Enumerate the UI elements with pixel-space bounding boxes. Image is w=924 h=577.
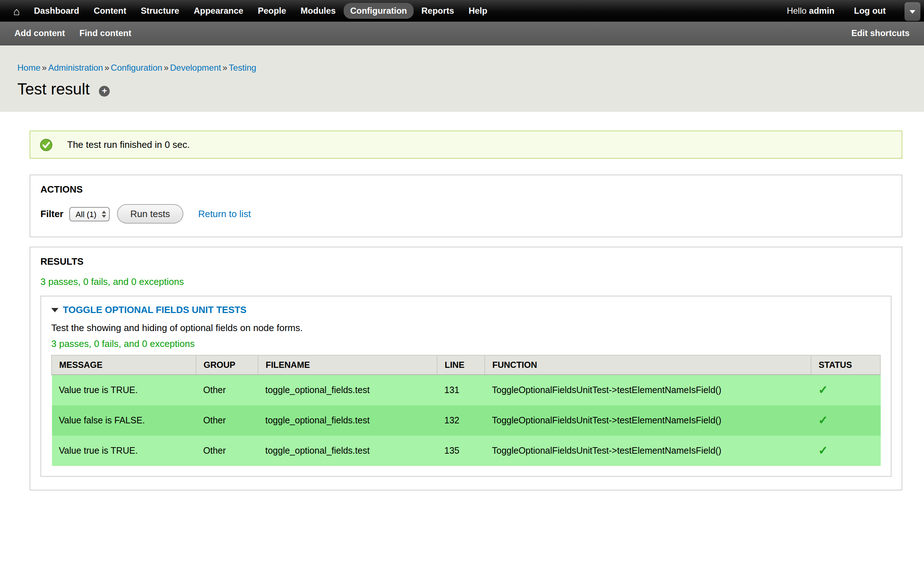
main-content: The test run finished in 0 sec. ACTIONS … xyxy=(0,112,924,529)
column-header-function: FUNCTION xyxy=(485,355,811,375)
pass-check-icon: ✓ xyxy=(818,414,828,426)
title-row: Test result + xyxy=(17,80,909,99)
column-header-status: STATUS xyxy=(811,355,880,375)
results-table: MESSAGEGROUPFILENAMELINEFUNCTIONSTATUSVa… xyxy=(51,355,881,466)
toolbar-item-dashboard[interactable]: Dashboard xyxy=(27,3,86,19)
admin-toolbar: ⌂ DashboardContentStructureAppearancePeo… xyxy=(0,0,924,22)
test-group-title[interactable]: TOGGLE OPTIONAL FIELDS UNIT TESTS xyxy=(63,305,247,315)
breadcrumb: Home»Administration»Configuration»Develo… xyxy=(17,63,909,73)
breadcrumb-link-home[interactable]: Home xyxy=(17,63,40,73)
select-arrows-icon xyxy=(102,210,106,218)
cell-filename: toggle_optional_fields.test xyxy=(258,375,437,405)
page: ⌂ DashboardContentStructureAppearancePeo… xyxy=(0,0,924,577)
toolbar-item-appearance[interactable]: Appearance xyxy=(187,3,250,19)
user-greeting: Hello admin xyxy=(787,6,835,16)
toolbar-item-help[interactable]: Help xyxy=(462,3,494,19)
breadcrumb-separator: » xyxy=(222,63,227,73)
breadcrumb-link-administration[interactable]: Administration xyxy=(48,63,103,73)
page-header: Home»Administration»Configuration»Develo… xyxy=(0,45,924,112)
shortcut-items: Add contentFind content xyxy=(15,28,146,38)
test-group-description: Test the showing and hiding of optional … xyxy=(51,322,881,333)
test-group-legend: TOGGLE OPTIONAL FIELDS UNIT TESTS xyxy=(51,305,881,315)
cell-status: ✓ xyxy=(811,375,880,405)
breadcrumb-separator: » xyxy=(104,63,109,73)
toolbar-item-structure[interactable]: Structure xyxy=(134,3,186,19)
column-header-line: LINE xyxy=(437,355,485,375)
cell-line: 135 xyxy=(437,436,485,466)
pass-check-icon: ✓ xyxy=(818,444,828,456)
toolbar-item-content[interactable]: Content xyxy=(87,3,133,19)
cell-function: ToggleOptionalFieldsUnitTest->testElemen… xyxy=(485,436,811,466)
cell-filename: toggle_optional_fields.test xyxy=(258,405,437,436)
actions-row: Filter All (1) Run tests Return to list xyxy=(40,204,892,224)
column-header-message: MESSAGE xyxy=(52,355,196,375)
cell-message: Value true is TRUE. xyxy=(52,375,196,405)
username: admin xyxy=(809,6,835,16)
breadcrumb-link-development[interactable]: Development xyxy=(170,63,221,73)
cell-line: 132 xyxy=(437,405,485,436)
chevron-down-icon xyxy=(909,10,915,13)
greeting-text: Hello xyxy=(787,6,807,16)
results-panel: RESULTS 3 passes, 0 fails, and 0 excepti… xyxy=(30,247,902,490)
actions-panel: ACTIONS Filter All (1) Run tests Return … xyxy=(30,174,902,237)
collapse-arrow-icon xyxy=(51,308,58,312)
test-group-fieldset: TOGGLE OPTIONAL FIELDS UNIT TESTS Test t… xyxy=(40,296,892,477)
table-row: Value false is FALSE.Othertoggle_optiona… xyxy=(52,405,880,436)
test-group-summary: 3 passes, 0 fails, and 0 exceptions xyxy=(51,338,881,349)
cell-filename: toggle_optional_fields.test xyxy=(258,436,437,466)
table-row: Value true is TRUE.Othertoggle_optional_… xyxy=(52,436,880,466)
breadcrumb-link-configuration[interactable]: Configuration xyxy=(111,63,162,73)
filter-select[interactable]: All (1) xyxy=(69,206,109,221)
edit-shortcuts-link[interactable]: Edit shortcuts xyxy=(851,28,909,38)
table-header-row: MESSAGEGROUPFILENAMELINEFUNCTIONSTATUS xyxy=(52,355,880,375)
column-header-group: GROUP xyxy=(196,355,258,375)
actions-title: ACTIONS xyxy=(40,184,892,195)
cell-function: ToggleOptionalFieldsUnitTest->testElemen… xyxy=(485,375,811,405)
column-header-filename: FILENAME xyxy=(258,355,437,375)
logout-link[interactable]: Log out xyxy=(848,3,892,19)
check-circle-icon xyxy=(40,138,53,151)
table-row: Value true is TRUE.Othertoggle_optional_… xyxy=(52,375,880,405)
toolbar-item-modules[interactable]: Modules xyxy=(294,3,342,19)
toolbar-item-reports[interactable]: Reports xyxy=(415,3,461,19)
cell-function: ToggleOptionalFieldsUnitTest->testElemen… xyxy=(485,405,811,436)
filter-label: Filter xyxy=(40,208,63,219)
shortcut-item-add-content[interactable]: Add content xyxy=(15,28,65,38)
toolbar-item-people[interactable]: People xyxy=(251,3,293,19)
page-title: Test result xyxy=(17,80,90,99)
shortcut-item-find-content[interactable]: Find content xyxy=(79,28,131,38)
toolbar-item-configuration[interactable]: Configuration xyxy=(344,3,413,19)
results-summary: 3 passes, 0 fails, and 0 exceptions xyxy=(40,276,892,287)
cell-status: ✓ xyxy=(811,436,880,466)
cell-group: Other xyxy=(196,405,258,436)
breadcrumb-separator: » xyxy=(42,63,47,73)
run-tests-button[interactable]: Run tests xyxy=(116,204,184,224)
results-title: RESULTS xyxy=(40,256,892,267)
cell-message: Value true is TRUE. xyxy=(52,436,196,466)
cell-line: 131 xyxy=(437,375,485,405)
home-icon[interactable]: ⌂ xyxy=(7,5,26,16)
return-to-list-link[interactable]: Return to list xyxy=(198,208,251,219)
toolbar-toggle-button[interactable] xyxy=(905,2,921,21)
shortcut-bar: Add contentFind content Edit shortcuts xyxy=(0,22,924,45)
breadcrumb-separator: » xyxy=(164,63,168,73)
toolbar-menu: DashboardContentStructureAppearancePeopl… xyxy=(27,3,494,19)
toolbar-user-area: Hello admin Log out xyxy=(787,3,892,19)
add-shortcut-icon[interactable]: + xyxy=(99,85,110,96)
breadcrumb-link-testing[interactable]: Testing xyxy=(229,63,256,73)
status-message-text: The test run finished in 0 sec. xyxy=(67,139,190,150)
cell-message: Value false is FALSE. xyxy=(52,405,196,436)
cell-group: Other xyxy=(196,375,258,405)
pass-check-icon: ✓ xyxy=(818,384,828,396)
status-message: The test run finished in 0 sec. xyxy=(30,131,902,159)
filter-select-value: All (1) xyxy=(76,210,96,218)
cell-group: Other xyxy=(196,436,258,466)
cell-status: ✓ xyxy=(811,405,880,436)
